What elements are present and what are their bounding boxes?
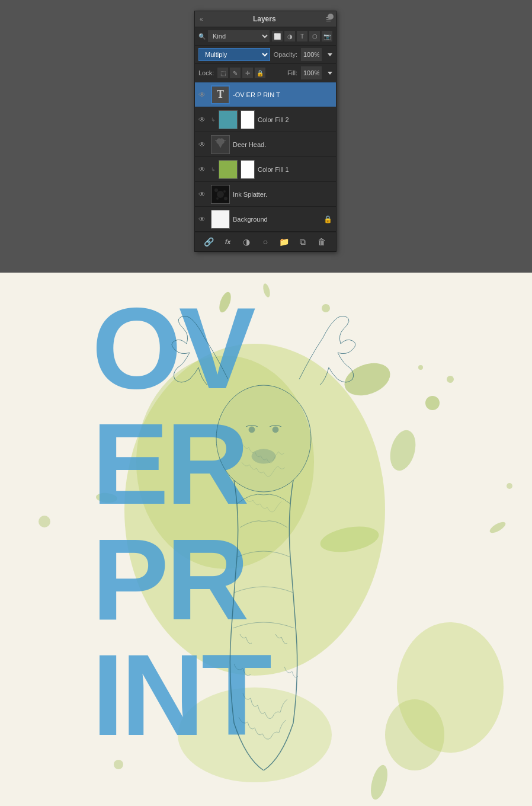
layer-name-overprint: -OV ER P RIN T bbox=[233, 91, 332, 98]
new-group-btn[interactable]: 📁 bbox=[278, 235, 291, 248]
layer-thumb-deerhead bbox=[211, 135, 230, 154]
panel-title: Layers bbox=[253, 15, 276, 23]
svg-point-6 bbox=[224, 197, 227, 200]
svg-point-27 bbox=[216, 385, 311, 492]
layer-name-background: Background bbox=[233, 216, 321, 223]
layer-name-inksplatter: Ink Splatter. bbox=[233, 191, 332, 198]
layer-row-colorfill2[interactable]: 👁 ↳ Color Fill 2 bbox=[195, 107, 336, 132]
filter-smart-btn[interactable]: 📷 bbox=[322, 31, 332, 41]
eye-icon-background[interactable]: 👁 bbox=[198, 215, 208, 223]
svg-point-9 bbox=[340, 357, 395, 401]
filter-kind-dropdown[interactable]: Kind bbox=[208, 30, 270, 42]
new-layer-btn[interactable]: ⧉ bbox=[296, 235, 309, 248]
layers-titlebar: « Layers ☰ bbox=[195, 11, 336, 27]
svg-point-3 bbox=[214, 188, 218, 192]
lock-artboard-btn[interactable]: ✛ bbox=[242, 68, 253, 78]
fill-chevron bbox=[328, 72, 332, 75]
svg-point-28 bbox=[249, 427, 255, 433]
blend-mode-row: Multiply Opacity: bbox=[195, 46, 336, 64]
layer-row-background[interactable]: 👁 Background 🔒 bbox=[195, 207, 336, 232]
eye-icon-colorfill1[interactable]: 👁 bbox=[198, 165, 208, 174]
delete-layer-btn[interactable]: 🗑 bbox=[315, 235, 328, 248]
opacity-label: Opacity: bbox=[274, 51, 297, 58]
filter-adjustment-btn[interactable]: ◑ bbox=[284, 31, 295, 41]
svg-point-26 bbox=[178, 687, 332, 782]
svg-point-30 bbox=[252, 449, 275, 463]
text-line-int: INT bbox=[92, 637, 269, 753]
svg-point-21 bbox=[385, 699, 444, 770]
layer-mask-colorfill1 bbox=[241, 160, 255, 179]
layer-row-deerhead[interactable]: 👁 Deer Head. bbox=[195, 132, 336, 157]
svg-point-17 bbox=[322, 304, 330, 312]
eye-icon-inksplatter[interactable]: 👁 bbox=[198, 190, 208, 199]
filter-pixel-btn[interactable]: ⬜ bbox=[272, 31, 283, 41]
lock-fill-row: Lock: ⬚ ✎ ✛ 🔒 Fill: bbox=[195, 64, 336, 82]
svg-point-2 bbox=[217, 191, 224, 198]
layer-row-overprint[interactable]: 👁 T -OV ER P RIN T bbox=[195, 82, 336, 107]
lock-pixels-btn[interactable]: ⬚ bbox=[217, 68, 228, 78]
eye-icon-deerhead[interactable]: 👁 bbox=[198, 140, 208, 149]
add-adjustment-btn[interactable]: ◑ bbox=[240, 235, 253, 248]
layer-thumb-text: T bbox=[211, 85, 230, 104]
add-mask-btn[interactable]: ○ bbox=[259, 235, 272, 248]
layers-toolbar: 🔗 fx ◑ ○ 📁 ⧉ 🗑 bbox=[195, 232, 336, 251]
layer-mask-colorfill2 bbox=[241, 110, 255, 129]
svg-point-25 bbox=[507, 483, 512, 489]
svg-point-4 bbox=[223, 190, 226, 193]
collapse-icon[interactable]: « bbox=[200, 16, 203, 23]
green-blobs-svg bbox=[0, 273, 532, 806]
eye-icon-colorfill2[interactable]: 👁 bbox=[198, 116, 208, 124]
svg-point-11 bbox=[318, 523, 380, 556]
lock-position-btn[interactable]: ✎ bbox=[230, 68, 241, 78]
opacity-chevron bbox=[328, 53, 332, 56]
panel-dot bbox=[328, 14, 334, 20]
layer-thumb-background bbox=[211, 210, 230, 229]
layer-row-inksplatter[interactable]: 👁 Ink Splatter. bbox=[195, 182, 336, 207]
filter-shape-btn[interactable]: ⬡ bbox=[309, 31, 320, 41]
blend-mode-dropdown[interactable]: Multiply bbox=[198, 48, 270, 61]
layer-name-deerhead: Deer Head. bbox=[233, 141, 332, 148]
svg-point-24 bbox=[488, 520, 507, 535]
top-area: « Layers ☰ 🔍 Kind ⬜ ◑ T ⬡ 📷 bbox=[0, 0, 532, 273]
eye-icon-overprint[interactable]: 👁 bbox=[198, 91, 208, 99]
svg-point-10 bbox=[386, 427, 420, 474]
effect-arrow-colorfill2: ↳ bbox=[211, 117, 216, 123]
fill-input[interactable] bbox=[301, 66, 322, 79]
svg-point-7 bbox=[124, 344, 385, 676]
titlebar-left-icons: « bbox=[200, 16, 203, 23]
layer-thumb-colorfill2 bbox=[219, 110, 238, 129]
layer-lock-icon: 🔒 bbox=[323, 215, 332, 223]
svg-point-22 bbox=[368, 763, 391, 801]
svg-point-13 bbox=[447, 376, 454, 383]
svg-point-12 bbox=[425, 396, 440, 410]
layer-fx-btn[interactable]: fx bbox=[222, 235, 235, 248]
filter-icons: ⬜ ◑ T ⬡ 📷 bbox=[272, 31, 332, 41]
opacity-input[interactable] bbox=[301, 48, 322, 61]
filter-search-icon: 🔍 bbox=[198, 33, 206, 40]
svg-point-5 bbox=[216, 197, 219, 200]
lock-icons: ⬚ ✎ ✛ 🔒 bbox=[217, 68, 265, 78]
filter-type-btn[interactable]: T bbox=[297, 31, 307, 41]
svg-point-8 bbox=[136, 356, 314, 569]
lock-all-btn[interactable]: 🔒 bbox=[255, 68, 265, 78]
text-line-pr: PR bbox=[92, 522, 269, 637]
svg-point-14 bbox=[418, 365, 423, 370]
filter-row: 🔍 Kind ⬜ ◑ T ⬡ 📷 bbox=[195, 27, 336, 46]
canvas-area: OV ER PR INT bbox=[0, 273, 532, 806]
svg-point-23 bbox=[114, 760, 123, 769]
text-line-er: ER bbox=[92, 406, 269, 522]
layer-row-colorfill1[interactable]: 👁 ↳ Color Fill 1 bbox=[195, 157, 336, 182]
svg-point-15 bbox=[217, 290, 233, 314]
svg-point-18 bbox=[95, 492, 117, 503]
titlebar-right: ☰ bbox=[326, 16, 331, 23]
layer-name-colorfill2: Color Fill 2 bbox=[258, 116, 332, 123]
svg-point-16 bbox=[262, 283, 271, 298]
layer-name-colorfill1: Color Fill 1 bbox=[258, 166, 332, 173]
overprint-text: OV ER PR INT bbox=[92, 290, 269, 753]
link-layers-btn[interactable]: 🔗 bbox=[203, 235, 216, 248]
svg-point-20 bbox=[397, 622, 504, 753]
svg-point-19 bbox=[39, 516, 50, 527]
layer-thumb-colorfill1 bbox=[219, 160, 238, 179]
svg-point-29 bbox=[273, 427, 278, 433]
layers-panel: « Layers ☰ 🔍 Kind ⬜ ◑ T ⬡ 📷 bbox=[194, 11, 336, 252]
